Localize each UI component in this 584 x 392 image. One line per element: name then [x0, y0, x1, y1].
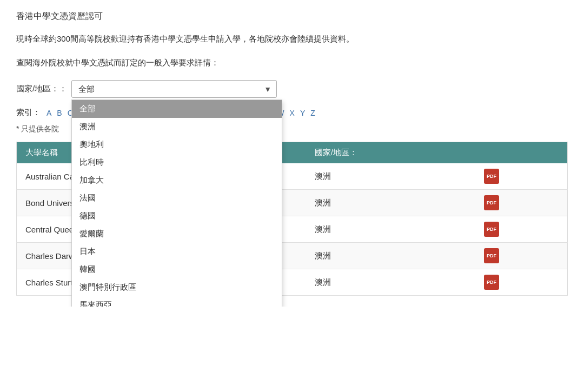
dropdown-option-japan[interactable]: 日本: [72, 243, 282, 261]
dropdown-option-all[interactable]: 全部: [72, 100, 282, 118]
dropdown-option-germany[interactable]: 德國: [72, 207, 282, 225]
dropdown-option-france[interactable]: 法國: [72, 189, 282, 207]
region-dropdown[interactable]: 全部 澳洲 奧地利 比利時 加拿大 法國 德國 愛爾蘭 日本 韓國 澳門特別行政…: [71, 99, 282, 307]
index-letter-b[interactable]: B: [55, 108, 63, 118]
dropdown-option-korea[interactable]: 韓國: [72, 261, 282, 278]
pdf-cell-4[interactable]: PDF: [475, 243, 567, 269]
index-letter-a[interactable]: A: [45, 108, 53, 118]
dropdown-option-belgium[interactable]: 比利時: [72, 154, 282, 171]
country-4: 澳洲: [306, 243, 475, 269]
col-country-header: 國家/地區：: [306, 142, 475, 164]
pdf-cell-3[interactable]: PDF: [475, 216, 567, 243]
country-1: 澳洲: [306, 163, 475, 190]
dropdown-option-ireland[interactable]: 愛爾蘭: [72, 225, 282, 243]
index-label: 索引：: [16, 108, 41, 118]
region-select-wrapper[interactable]: 全部 ▼ 全部 澳洲 奧地利 比利時 加拿大 法國 德國 愛爾蘭 日本 韓國 澳…: [71, 80, 277, 98]
dropdown-option-malaysia[interactable]: 馬來西亞: [72, 296, 282, 307]
country-5: 澳洲: [306, 269, 475, 296]
pdf-cell-2[interactable]: PDF: [475, 190, 567, 216]
index-letter-y[interactable]: Y: [298, 108, 307, 118]
filter-label: 國家/地區：：: [16, 84, 67, 94]
country-3: 澳洲: [306, 216, 475, 243]
pdf-icon-4[interactable]: PDF: [484, 248, 499, 263]
description-text: 現時全球約300間高等院校歡迎持有香港中學文憑學生申請入學，各地院校亦會陸續提供…: [16, 32, 568, 46]
pdf-icon-3[interactable]: PDF: [484, 222, 499, 237]
dropdown-option-austria[interactable]: 奧地利: [72, 136, 282, 154]
pdf-icon-2[interactable]: PDF: [484, 195, 499, 210]
page-title: 香港中學文憑資歷認可: [16, 11, 568, 22]
dropdown-option-macau[interactable]: 澳門特別行政區: [72, 278, 282, 296]
pdf-icon-5[interactable]: PDF: [484, 275, 499, 290]
pdf-cell-1[interactable]: PDF: [475, 163, 567, 190]
country-2: 澳洲: [306, 190, 475, 216]
pdf-cell-5[interactable]: PDF: [475, 269, 567, 296]
filter-row: 國家/地區：： 全部 ▼ 全部 澳洲 奧地利 比利時 加拿大 法國 德國 愛爾蘭…: [16, 80, 568, 98]
region-select[interactable]: 全部: [71, 80, 277, 98]
index-letter-x[interactable]: X: [288, 108, 296, 118]
query-text: 查閱海外院校就中學文憑試而訂定的一般入學要求詳情：: [16, 56, 568, 70]
dropdown-option-australia[interactable]: 澳洲: [72, 118, 282, 136]
col-pdf-header: [475, 142, 567, 164]
dropdown-option-canada[interactable]: 加拿大: [72, 171, 282, 189]
pdf-icon-1[interactable]: PDF: [484, 169, 499, 184]
index-letter-z[interactable]: Z: [309, 108, 317, 118]
